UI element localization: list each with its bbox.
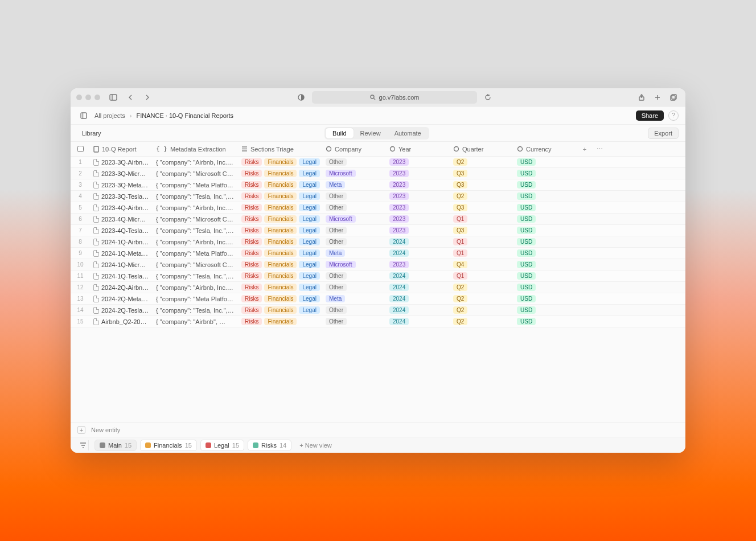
file-cell[interactable]: Airbnb_Q2-2024-Sha…: [90, 318, 153, 325]
url-bar[interactable]: go.v7labs.com: [312, 91, 477, 104]
metadata-cell[interactable]: { "company": "Microsoft Corporation…: [153, 216, 238, 223]
metadata-cell[interactable]: { "company": "Tesla, Inc.", …: [153, 273, 238, 280]
tabs-icon[interactable]: [667, 91, 680, 104]
sections-cell[interactable]: RisksFinancials: [238, 318, 322, 325]
currency-cell[interactable]: USD: [513, 318, 577, 325]
year-cell[interactable]: 2024: [386, 249, 450, 257]
add-column-button[interactable]: +: [577, 146, 592, 153]
currency-cell[interactable]: USD: [513, 192, 577, 200]
year-cell[interactable]: 2024: [386, 284, 450, 291]
table-row[interactable]: 122024-2Q-Airbnb.pdf{ "company": "Airbnb…: [71, 282, 685, 293]
company-cell[interactable]: Other: [322, 306, 386, 314]
currency-cell[interactable]: USD: [513, 215, 577, 223]
table-row[interactable]: 22023-3Q-Microsoft.pdf{ "company": "Micr…: [71, 168, 685, 179]
file-cell[interactable]: 2024-2Q-Meta.pdf: [90, 296, 153, 302]
table-row[interactable]: 142024-2Q-Tesla.pdf{ "company": "Tesla, …: [71, 305, 685, 316]
quarter-cell[interactable]: Q2: [450, 318, 513, 325]
sections-cell[interactable]: RisksFinancialsLegal: [238, 249, 322, 257]
file-cell[interactable]: 2023-3Q-Meta.pdf: [90, 182, 153, 188]
table-row[interactable]: 42023-3Q-Tesla.pdf{ "company": "Tesla, I…: [71, 191, 685, 202]
quarter-cell[interactable]: Q2: [450, 295, 513, 302]
sections-cell[interactable]: RisksFinancialsLegal: [238, 158, 322, 166]
year-cell[interactable]: 2023: [386, 170, 450, 177]
metadata-cell[interactable]: { "company": "Tesla, Inc.", …: [153, 193, 238, 200]
year-cell[interactable]: 2024: [386, 306, 450, 314]
file-cell[interactable]: 2024-1Q-Microsoft.pdf: [90, 261, 153, 268]
currency-cell[interactable]: USD: [513, 306, 577, 314]
file-cell[interactable]: 2024-1Q-Tesla.pdf: [90, 273, 153, 280]
tab-review[interactable]: Review: [354, 128, 388, 138]
quarter-cell[interactable]: Q4: [450, 261, 513, 268]
export-button[interactable]: Export: [648, 128, 679, 139]
currency-cell[interactable]: USD: [513, 158, 577, 166]
file-cell[interactable]: 2023-4Q-Tesla.pdf: [90, 227, 153, 234]
year-cell[interactable]: 2023: [386, 192, 450, 200]
zoom-dot[interactable]: [94, 95, 100, 100]
metadata-cell[interactable]: { "company": "Microsoft Corporation…: [153, 170, 238, 177]
year-cell[interactable]: 2023: [386, 215, 450, 223]
metadata-cell[interactable]: { "company": "Airbnb, Inc.", …: [153, 159, 238, 166]
file-cell[interactable]: 2023-3Q-Tesla.pdf: [90, 193, 153, 200]
quarter-cell[interactable]: Q2: [450, 192, 513, 200]
company-cell[interactable]: Microsoft: [322, 261, 386, 268]
new-entity-row[interactable]: + New entity: [71, 422, 685, 437]
metadata-cell[interactable]: { "company": "Tesla, Inc.", …: [153, 307, 238, 314]
quarter-cell[interactable]: Q2: [450, 284, 513, 291]
year-cell[interactable]: 2023: [386, 204, 450, 211]
currency-cell[interactable]: USD: [513, 272, 577, 280]
quarter-cell[interactable]: Q1: [450, 238, 513, 245]
file-cell[interactable]: 2023-3Q-Airbnb.pdf: [90, 159, 153, 166]
sections-cell[interactable]: RisksFinancialsLegal: [238, 261, 322, 268]
shield-icon[interactable]: [295, 91, 307, 104]
table-row[interactable]: 32023-3Q-Meta.pdf{ "company": "Meta Plat…: [71, 179, 685, 191]
sections-cell[interactable]: RisksFinancialsLegal: [238, 192, 322, 200]
metadata-cell[interactable]: { "company": "Airbnb, Inc.", …: [153, 284, 238, 291]
col-company[interactable]: Company: [322, 146, 386, 153]
currency-cell[interactable]: USD: [513, 261, 577, 268]
col-currency[interactable]: Currency: [513, 146, 577, 153]
filter-icon[interactable]: [77, 440, 89, 450]
quarter-cell[interactable]: Q3: [450, 204, 513, 211]
sections-cell[interactable]: RisksFinancialsLegal: [238, 170, 322, 177]
currency-cell[interactable]: USD: [513, 204, 577, 211]
table-row[interactable]: 72023-4Q-Tesla.pdf{ "company": "Tesla, I…: [71, 225, 685, 236]
year-cell[interactable]: 2024: [386, 318, 450, 325]
metadata-cell[interactable]: { "company": "Airbnb", …: [153, 318, 238, 325]
company-cell[interactable]: Other: [322, 238, 386, 245]
year-cell[interactable]: 2024: [386, 238, 450, 245]
file-cell[interactable]: 2024-2Q-Airbnb.pdf: [90, 284, 153, 291]
library-label[interactable]: Library: [77, 128, 106, 139]
panel-icon[interactable]: [77, 109, 90, 122]
sections-cell[interactable]: RisksFinancialsLegal: [238, 306, 322, 314]
currency-cell[interactable]: USD: [513, 227, 577, 234]
sections-cell[interactable]: RisksFinancialsLegal: [238, 181, 322, 188]
view-tab-legal[interactable]: Legal15: [200, 440, 244, 451]
table-row[interactable]: 92024-1Q-Meta.pdf{ "company": "Meta Plat…: [71, 248, 685, 259]
view-tab-main[interactable]: Main15: [94, 440, 137, 451]
company-cell[interactable]: Other: [322, 158, 386, 166]
company-cell[interactable]: Microsoft: [322, 215, 386, 223]
quarter-cell[interactable]: Q2: [450, 306, 513, 314]
window-controls[interactable]: [76, 95, 100, 100]
year-cell[interactable]: 2023: [386, 227, 450, 234]
sections-cell[interactable]: RisksFinancialsLegal: [238, 238, 322, 245]
currency-cell[interactable]: USD: [513, 181, 577, 188]
quarter-cell[interactable]: Q3: [450, 181, 513, 188]
company-cell[interactable]: Other: [322, 192, 386, 200]
currency-cell[interactable]: USD: [513, 249, 577, 257]
currency-cell[interactable]: USD: [513, 170, 577, 177]
quarter-cell[interactable]: Q3: [450, 170, 513, 177]
new-view-button[interactable]: + New view: [295, 440, 336, 450]
table-row[interactable]: 112024-1Q-Tesla.pdf{ "company": "Tesla, …: [71, 270, 685, 282]
col-sections[interactable]: Sections Triage: [238, 146, 322, 153]
company-cell[interactable]: Other: [322, 284, 386, 291]
sections-cell[interactable]: RisksFinancialsLegal: [238, 272, 322, 280]
table-row[interactable]: 52023-4Q-Airbnb.pdf{ "company": "Airbnb,…: [71, 202, 685, 214]
file-cell[interactable]: 2023-3Q-Microsoft.pdf: [90, 170, 153, 177]
company-cell[interactable]: Meta: [322, 295, 386, 302]
col-metadata[interactable]: { } Metadata Extraction: [153, 145, 238, 153]
metadata-cell[interactable]: { "company": "Microsoft Corporation…: [153, 261, 238, 268]
company-cell[interactable]: Other: [322, 227, 386, 234]
company-cell[interactable]: Microsoft: [322, 170, 386, 177]
table-row[interactable]: 12023-3Q-Airbnb.pdf{ "company": "Airbnb,…: [71, 157, 685, 168]
